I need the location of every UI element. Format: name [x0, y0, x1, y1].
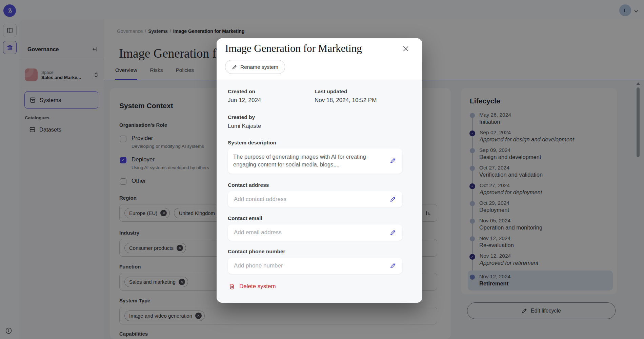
close-icon[interactable]	[401, 44, 410, 53]
contact-phone-field[interactable]	[228, 258, 402, 274]
created-on-value: Jun 12, 2024	[228, 97, 315, 104]
contact-address-label: Contact address	[228, 182, 402, 188]
last-updated-label: Last updated	[315, 88, 377, 95]
modal-title: Image Generation for Marketing	[225, 42, 362, 55]
contact-phone-label: Contact phone number	[228, 248, 402, 255]
system-description-label: System description	[228, 140, 276, 146]
system-description-field[interactable]: The purpose of generating images with AI…	[228, 148, 402, 174]
system-details-modal: Image Generation for Marketing Rename sy…	[217, 38, 422, 303]
edit-address-pencil-icon[interactable]	[390, 196, 396, 202]
edit-phone-pencil-icon[interactable]	[390, 262, 396, 269]
delete-system-label: Delete system	[239, 283, 276, 290]
created-by-label: Created by	[228, 114, 261, 120]
edit-description-pencil-icon[interactable]	[390, 157, 396, 164]
app-window: L Governance Space Sales and Marke...	[0, 0, 644, 339]
trash-icon	[228, 283, 235, 290]
modal-body: Created on Jun 12, 2024 Last updated Nov…	[228, 80, 411, 303]
contact-email-input[interactable]	[233, 229, 385, 236]
last-updated-value: Nov 18, 2024, 10:52 PM	[315, 97, 377, 104]
contact-phone-input[interactable]	[233, 262, 385, 270]
modal-header: Image Generation for Marketing Rename sy…	[217, 38, 422, 80]
rename-system-button[interactable]: Rename system	[225, 60, 285, 74]
system-description-text: The purpose of generating images with AI…	[233, 153, 377, 169]
rename-system-label: Rename system	[240, 64, 278, 70]
contact-email-field[interactable]	[228, 224, 402, 241]
created-by-value: Lumi Kajaste	[228, 123, 261, 129]
delete-system-button[interactable]: Delete system	[228, 283, 276, 290]
pencil-icon	[232, 64, 237, 70]
contact-address-input[interactable]	[233, 196, 385, 203]
edit-email-pencil-icon[interactable]	[390, 229, 396, 236]
contact-address-field[interactable]	[228, 191, 402, 207]
created-on-label: Created on	[228, 88, 315, 95]
contact-email-label: Contact email	[228, 215, 402, 221]
